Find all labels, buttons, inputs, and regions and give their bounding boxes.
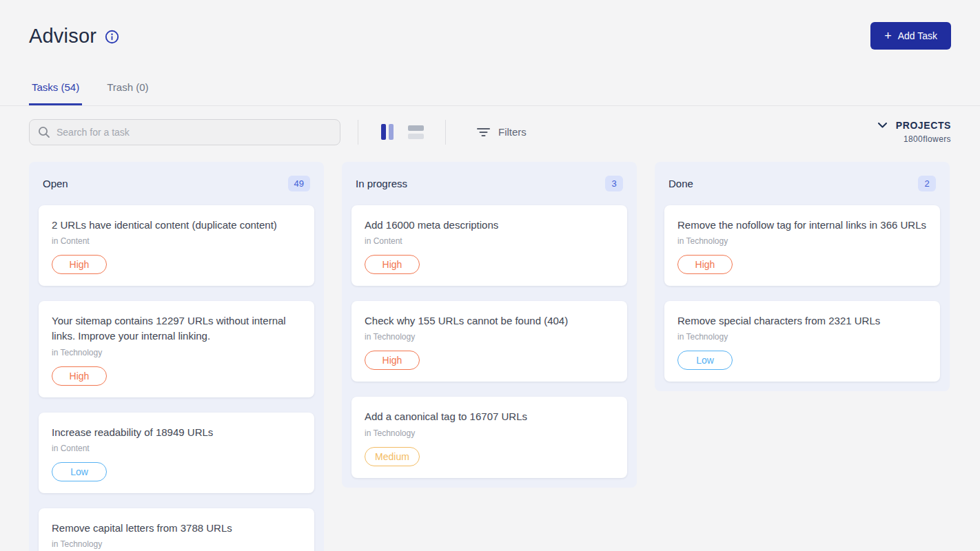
column-count-badge: 3 — [605, 176, 623, 191]
column-header: Done 2 — [664, 171, 940, 194]
task-card-title: Check why 155 URLs cannot be found (404) — [365, 313, 614, 329]
filters-label: Filters — [498, 126, 527, 138]
task-card-category: in Technology — [52, 539, 301, 549]
tab-tasks[interactable]: Tasks (54) — [29, 77, 82, 105]
page-header: Advisor + Add Task — [0, 0, 980, 50]
priority-badge: High — [365, 351, 420, 370]
column-card-list: Add 16000 meta descriptions in Content H… — [351, 205, 627, 478]
task-card-title: Increase readability of 18949 URLs — [52, 425, 301, 440]
task-card[interactable]: Check why 155 URLs cannot be found (404)… — [351, 301, 627, 382]
filters-button[interactable]: Filters — [477, 126, 527, 138]
projects-dropdown[interactable]: PROJECTS — [878, 120, 951, 131]
column-count-badge: 49 — [288, 176, 310, 191]
column-header: Open 49 — [39, 171, 314, 194]
tabs-bar: Tasks (54) Trash (0) — [0, 77, 980, 106]
toolbar-divider-2 — [445, 120, 446, 145]
task-card-title: Add a canonical tag to 16707 URLs — [365, 409, 614, 424]
search-icon — [38, 126, 50, 138]
task-card[interactable]: Increase readability of 18949 URLs in Co… — [39, 413, 314, 493]
task-card-category: in Technology — [365, 428, 614, 438]
task-card-category: in Technology — [677, 332, 927, 342]
title-wrap: Advisor — [29, 25, 119, 48]
task-card-category: in Content — [365, 236, 614, 246]
kanban-column: In progress 3 Add 16000 meta description… — [342, 162, 637, 488]
info-icon[interactable] — [105, 30, 119, 44]
kanban-view-icon[interactable] — [381, 124, 394, 140]
kanban-column: Open 49 2 URLs have identical content (d… — [29, 162, 324, 551]
board: Open 49 2 URLs have identical content (d… — [0, 146, 980, 551]
advisor-page: Advisor + Add Task Tasks (54) Trash (0) — [0, 0, 980, 551]
column-count-badge: 2 — [918, 176, 936, 191]
task-card-title: Remove capital letters from 3788 URLs — [52, 521, 301, 536]
task-card-title: Your sitemap contains 12297 URLs without… — [52, 313, 301, 344]
toolbar: Filters PROJECTS 1800flowers — [0, 106, 980, 146]
task-card-category: in Technology — [677, 236, 927, 246]
column-header: In progress 3 — [351, 171, 627, 194]
task-card-category: in Technology — [52, 348, 301, 357]
column-title: In progress — [356, 178, 407, 189]
projects-label: PROJECTS — [896, 120, 951, 131]
selected-project-name: 1800flowers — [904, 134, 951, 144]
add-task-label: Add Task — [898, 30, 937, 41]
priority-badge: High — [365, 255, 420, 274]
task-card-title: Remove special characters from 2321 URLs — [677, 313, 927, 329]
search-box — [29, 119, 340, 145]
task-card[interactable]: Your sitemap contains 12297 URLs without… — [39, 301, 314, 397]
priority-badge: High — [52, 366, 107, 386]
task-card[interactable]: Remove the nofollow tag for internal lin… — [664, 205, 940, 286]
priority-badge: Low — [52, 462, 107, 481]
task-card-category: in Content — [52, 236, 301, 246]
task-card[interactable]: Remove special characters from 2321 URLs… — [664, 301, 940, 382]
task-card-category: in Technology — [365, 332, 614, 342]
page-title: Advisor — [29, 25, 96, 48]
list-view-icon[interactable] — [408, 125, 424, 139]
tab-trash[interactable]: Trash (0) — [104, 77, 151, 105]
column-card-list: 2 URLs have identical content (duplicate… — [39, 205, 314, 551]
task-card-title: Remove the nofollow tag for internal lin… — [677, 218, 927, 233]
view-toggle — [381, 124, 424, 140]
task-card-title: Add 16000 meta descriptions — [365, 218, 614, 233]
priority-badge: Low — [677, 351, 733, 370]
task-card-category: in Content — [52, 444, 301, 453]
task-card-title: 2 URLs have identical content (duplicate… — [52, 218, 301, 233]
column-card-list: Remove the nofollow tag for internal lin… — [664, 205, 940, 382]
column-title: Done — [668, 178, 693, 189]
task-card[interactable]: Add a canonical tag to 16707 URLs in Tec… — [351, 397, 627, 477]
task-card[interactable]: 2 URLs have identical content (duplicate… — [39, 205, 314, 286]
plus-icon: + — [884, 31, 892, 41]
filter-icon — [477, 127, 490, 137]
task-card[interactable]: Remove capital letters from 3788 URLs in… — [39, 508, 314, 551]
column-title: Open — [43, 178, 68, 189]
kanban-column: Done 2 Remove the nofollow tag for inter… — [655, 162, 950, 391]
priority-badge: Medium — [365, 447, 420, 466]
chevron-down-icon — [878, 123, 887, 128]
toolbar-divider — [358, 120, 358, 145]
add-task-button[interactable]: + Add Task — [870, 22, 951, 50]
projects-wrap: PROJECTS 1800flowers — [878, 120, 951, 144]
priority-badge: High — [52, 255, 107, 274]
search-input[interactable] — [57, 127, 331, 138]
priority-badge: High — [677, 255, 733, 274]
task-card[interactable]: Add 16000 meta descriptions in Content H… — [351, 205, 627, 286]
